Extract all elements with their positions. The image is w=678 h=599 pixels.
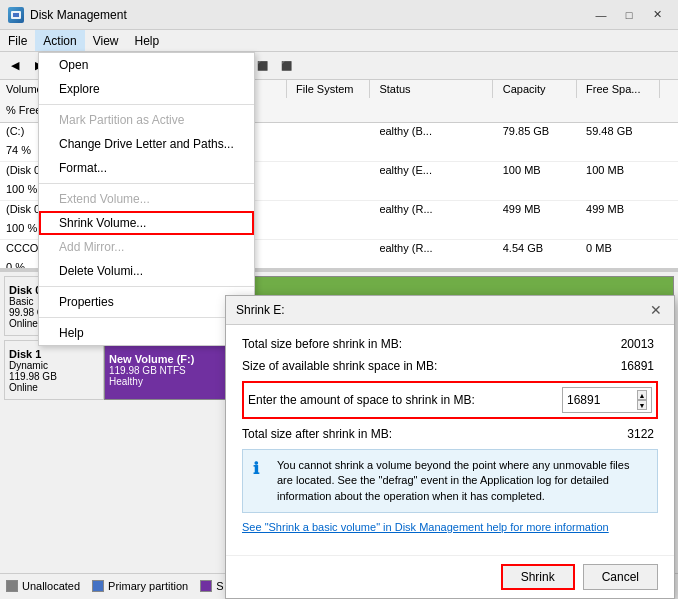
menu-bar: File Action View Help [0,30,678,52]
dialog-body: Total size before shrink in MB: 20013 Si… [226,325,674,555]
action-dropdown: Open Explore Mark Partition as Active Ch… [38,52,255,346]
help-link[interactable]: See "Shrink a basic volume" in Disk Mana… [242,521,658,533]
spinner-down[interactable]: ▼ [637,400,647,410]
legend-primary-label: Primary partition [108,580,188,592]
close-button[interactable]: ✕ [644,5,670,25]
cell-freespace: 0 MB [580,240,660,256]
menu-add-mirror: Add Mirror... [39,235,254,259]
disk1-type: Dynamic [9,360,99,371]
menu-view[interactable]: View [85,30,127,51]
menu-open[interactable]: Open [39,53,254,77]
cell-status: ealthy (B... [373,123,493,139]
disk1-name: Disk 1 [9,348,99,360]
title-bar: Disk Management — □ ✕ [0,0,678,30]
cell-fs [290,252,370,256]
total-after-value: 3122 [578,427,658,441]
menu-help[interactable]: Help [127,30,168,51]
col-header-freespace: Free Spa... [580,80,660,98]
total-size-value: 20013 [578,337,658,351]
total-after-label: Total size after shrink in MB: [242,427,578,441]
menu-explore[interactable]: Explore [39,77,254,101]
menu-properties[interactable]: Properties [39,290,254,314]
col-header-capacity: Capacity [497,80,577,98]
spinner-up[interactable]: ▲ [637,390,647,400]
toolbar-back[interactable]: ◀ [4,55,26,77]
shrink-amount-input-wrapper: ▲ ▼ [562,387,652,413]
shrink-spinner: ▲ ▼ [637,390,647,410]
dialog-title-bar: Shrink E: ✕ [226,296,674,325]
legend-primary: Primary partition [92,580,188,592]
window-title: Disk Management [30,8,127,22]
menu-mark-active: Mark Partition as Active [39,108,254,132]
available-space-label: Size of available shrink space in MB: [242,359,578,373]
legend-simple: S [200,580,223,592]
svg-rect-1 [13,13,19,17]
cell-status: ealthy (E... [373,162,493,178]
col-header-status: Status [373,80,493,98]
menu-delete[interactable]: Delete Volumi... [39,259,254,283]
legend-simple-label: S [216,580,223,592]
legend-primary-color [92,580,104,592]
col-header-fs: File System [290,80,370,98]
cell-freespace: 499 MB [580,201,660,217]
cell-capacity: 100 MB [497,162,577,178]
cell-capacity: 79.85 GB [497,123,577,139]
legend-unallocated-color [6,580,18,592]
shrink-dialog: Shrink E: ✕ Total size before shrink in … [225,295,675,599]
dialog-row-total-size: Total size before shrink in MB: 20013 [242,337,658,351]
cell-freespace: 59.48 GB [580,123,660,139]
menu-extend: Extend Volume... [39,187,254,211]
info-box: ℹ You cannot shrink a volume beyond the … [242,449,658,513]
menu-file[interactable]: File [0,30,35,51]
menu-help-item[interactable]: Help [39,321,254,345]
title-buttons: — □ ✕ [588,5,670,25]
dialog-row-total-after: Total size after shrink in MB: 3122 [242,427,658,441]
toolbar-btn9[interactable]: ⬛ [275,55,297,77]
dialog-close-button[interactable]: ✕ [648,302,664,318]
enter-amount-label: Enter the amount of space to shrink in M… [248,393,562,407]
disk1-size: 119.98 GB [9,371,99,382]
dialog-row-enter-amount: Enter the amount of space to shrink in M… [242,381,658,419]
cancel-button[interactable]: Cancel [583,564,658,590]
info-icon: ℹ [253,458,269,504]
menu-sep3 [39,286,254,287]
disk1-status: Online [9,382,99,393]
cell-status: ealthy (R... [373,240,493,256]
legend-simple-color [200,580,212,592]
menu-format[interactable]: Format... [39,156,254,180]
cell-status: ealthy (R... [373,201,493,217]
shrink-button[interactable]: Shrink [501,564,575,590]
available-space-value: 16891 [578,359,658,373]
menu-sep1 [39,104,254,105]
menu-sep4 [39,317,254,318]
cell-fs [290,174,370,178]
info-text: You cannot shrink a volume beyond the po… [277,458,647,504]
cell-capacity: 499 MB [497,201,577,217]
legend-unallocated-label: Unallocated [22,580,80,592]
cell-freespace: 100 MB [580,162,660,178]
dialog-row-available-space: Size of available shrink space in MB: 16… [242,359,658,373]
disk-label-1: Disk 1 Dynamic 119.98 GB Online [4,340,104,400]
cell-fs [290,213,370,217]
cell-capacity: 4.54 GB [497,240,577,256]
dialog-footer: Shrink Cancel [226,555,674,598]
menu-shrink[interactable]: Shrink Volume... [39,211,254,235]
total-size-label: Total size before shrink in MB: [242,337,578,351]
shrink-amount-input[interactable] [567,393,637,407]
menu-sep2 [39,183,254,184]
menu-action[interactable]: Action [35,30,84,51]
maximize-button[interactable]: □ [616,5,642,25]
dialog-title: Shrink E: [236,303,285,317]
app-icon [8,7,24,23]
cell-fs [290,135,370,139]
minimize-button[interactable]: — [588,5,614,25]
menu-change-drive[interactable]: Change Drive Letter and Paths... [39,132,254,156]
legend-unallocated: Unallocated [6,580,80,592]
